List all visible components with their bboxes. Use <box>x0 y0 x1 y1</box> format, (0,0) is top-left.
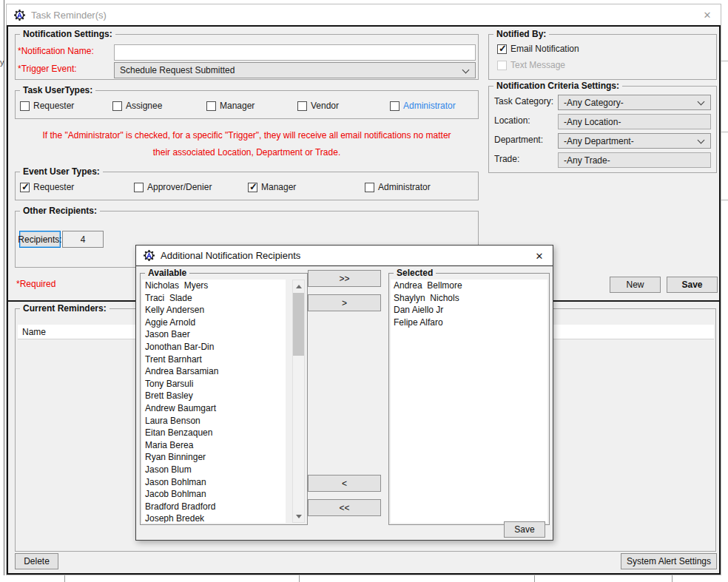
available-list[interactable]: Nicholas MyersTraci SladeKelly AndersenA… <box>142 280 286 523</box>
selected-list[interactable]: Andrea BellmoreShaylyn NicholsDan Aiello… <box>391 280 547 523</box>
available-list-item[interactable]: Jason Bohlman <box>142 476 286 489</box>
available-list-item[interactable]: Jonothan Bar-Din <box>142 341 286 353</box>
available-list-item[interactable]: Brett Basley <box>142 390 286 402</box>
available-list-item[interactable]: Maria Berea <box>142 439 286 452</box>
checkbox-checked-icon <box>497 44 507 54</box>
system-alert-settings-label: System Alert Settings <box>627 556 711 566</box>
group-caption: Notification Settings: <box>20 29 115 39</box>
department-select[interactable]: -Any Department- <box>558 133 711 149</box>
checkbox-event-administrator[interactable]: Administrator <box>365 182 431 192</box>
checkbox-unchecked-icon <box>206 101 216 111</box>
group-caption: Task UserTypes: <box>20 85 95 95</box>
available-list-item[interactable]: Andrew Baumgart <box>142 402 286 415</box>
scroll-up-icon[interactable] <box>293 280 304 292</box>
checkbox-task-manager[interactable]: Manager <box>206 101 255 111</box>
chevron-down-icon <box>462 67 470 74</box>
available-list-item[interactable]: Nicholas Myers <box>142 280 286 292</box>
notification-name-input[interactable] <box>114 44 476 61</box>
available-list-item[interactable]: Tony Barsuli <box>142 378 286 390</box>
trade-select[interactable]: -Any Trade- <box>558 152 711 168</box>
checkbox-task-administrator[interactable]: Administrator <box>390 101 456 111</box>
chevron-down-icon <box>698 98 705 106</box>
administrator-note-line2: their associated Location, Department or… <box>15 147 479 158</box>
group-caption: Event User Types: <box>20 166 103 177</box>
available-list-item[interactable]: Jason Baer <box>142 328 286 341</box>
column-header-label: Name <box>22 327 46 337</box>
available-list-item[interactable]: Joseph Bredek <box>142 512 286 523</box>
checkbox-label: Administrator <box>403 101 456 111</box>
recipients-button[interactable]: Recipients: <box>19 231 61 248</box>
task-category-select[interactable]: -Any Category- <box>558 95 711 110</box>
available-list-item[interactable]: Jacob Bohlman <box>142 488 286 501</box>
checkbox-label: Requester <box>33 101 74 111</box>
checkbox-event-approver-denier[interactable]: Approver/Denier <box>134 182 212 192</box>
additional-recipients-dialog: Additional Notification Recipients Avail… <box>135 245 553 541</box>
selected-list-item[interactable]: Shaylyn Nichols <box>391 292 547 305</box>
recipients-button-label: Recipients: <box>18 234 61 245</box>
modal-title: Additional Notification Recipients <box>161 250 300 261</box>
scrollbar-thumb[interactable] <box>293 293 304 356</box>
available-list-item[interactable]: Aggie Arnold <box>142 317 286 329</box>
move-all-left-button[interactable]: << <box>308 499 381 516</box>
available-list-item[interactable]: Ryan Binninger <box>142 451 286 464</box>
delete-button-label: Delete <box>24 556 50 566</box>
group-caption: Notification Criteria Settings: <box>493 81 622 91</box>
screen: y Task Reminder(s) <box>0 0 728 582</box>
location-select[interactable]: -Any Location- <box>558 114 711 129</box>
checkbox-unchecked-icon <box>390 101 400 111</box>
trade-value: -Any Trade- <box>564 155 610 166</box>
available-list-item[interactable]: Trent Barnhart <box>142 353 286 366</box>
checkbox-label: Administrator <box>378 182 431 192</box>
available-list-item[interactable]: Andrea Barsamian <box>142 365 286 378</box>
selected-list-item[interactable]: Andrea Bellmore <box>391 280 547 292</box>
trigger-event-label: *Trigger Event: <box>18 64 77 74</box>
system-alert-settings-button[interactable]: System Alert Settings <box>621 553 717 569</box>
task-category-value: -Any Category- <box>564 98 624 108</box>
available-list-item[interactable]: Traci Slade <box>142 292 286 305</box>
checkbox-task-vendor[interactable]: Vendor <box>297 101 339 111</box>
checkbox-event-requester[interactable]: Requester <box>20 182 74 192</box>
checkbox-task-assignee[interactable]: Assignee <box>112 101 162 111</box>
modal-close-icon[interactable] <box>526 246 553 266</box>
selected-list-item[interactable]: Felipe Alfaro <box>391 317 547 329</box>
background-grid-line <box>721 61 728 61</box>
move-all-right-button[interactable]: >> <box>308 270 381 287</box>
location-label: Location: <box>494 115 530 126</box>
close-icon[interactable] <box>694 4 721 25</box>
background-window-bottom <box>0 575 728 582</box>
background-grid-line <box>299 575 300 582</box>
modal-save-button[interactable]: Save <box>504 521 545 538</box>
available-list-item[interactable]: Laura Benson <box>142 415 286 427</box>
available-list-item[interactable]: Jason Blum <box>142 464 286 476</box>
move-all-left-label: << <box>339 503 349 513</box>
checkbox-checked-icon <box>248 183 257 192</box>
recipients-count: 4 <box>62 231 104 248</box>
selected-list-item[interactable]: Dan Aiello Jr <box>391 304 547 317</box>
checkbox-label: Vendor <box>311 101 339 111</box>
modal-save-label: Save <box>514 524 534 535</box>
trigger-event-select[interactable]: Schedule Request Submitted <box>114 62 476 78</box>
background-grid-line <box>4 0 4 575</box>
save-button[interactable]: Save <box>667 277 718 293</box>
main-titlebar: Task Reminder(s) <box>7 4 721 25</box>
new-button[interactable]: New <box>610 277 661 293</box>
group-caption: Current Reminders: <box>20 303 109 314</box>
delete-button[interactable]: Delete <box>15 553 58 569</box>
checkbox-label: Approver/Denier <box>147 182 212 192</box>
checkbox-unchecked-icon <box>497 61 507 70</box>
available-scrollbar[interactable] <box>292 280 305 523</box>
scroll-down-icon[interactable] <box>293 510 304 522</box>
checkbox-label: Text Message <box>510 60 565 70</box>
available-group: Available Nicholas MyersTraci SladeKelly… <box>140 273 308 525</box>
available-list-item[interactable]: Kelly Andersen <box>142 304 286 317</box>
move-left-button[interactable]: < <box>308 475 381 492</box>
move-right-button[interactable]: > <box>308 294 381 311</box>
group-caption: Other Recipients: <box>20 206 100 216</box>
move-right-label: > <box>342 298 347 308</box>
checkbox-email-notification[interactable]: Email Notification <box>497 44 579 54</box>
available-list-item[interactable]: Bradford Bradford <box>142 501 286 513</box>
checkbox-task-requester[interactable]: Requester <box>20 101 74 111</box>
selected-group: Selected Andrea BellmoreShaylyn NicholsD… <box>388 273 550 525</box>
available-list-item[interactable]: Eitan Benzaquen <box>142 427 286 439</box>
checkbox-event-manager[interactable]: Manager <box>248 182 296 192</box>
